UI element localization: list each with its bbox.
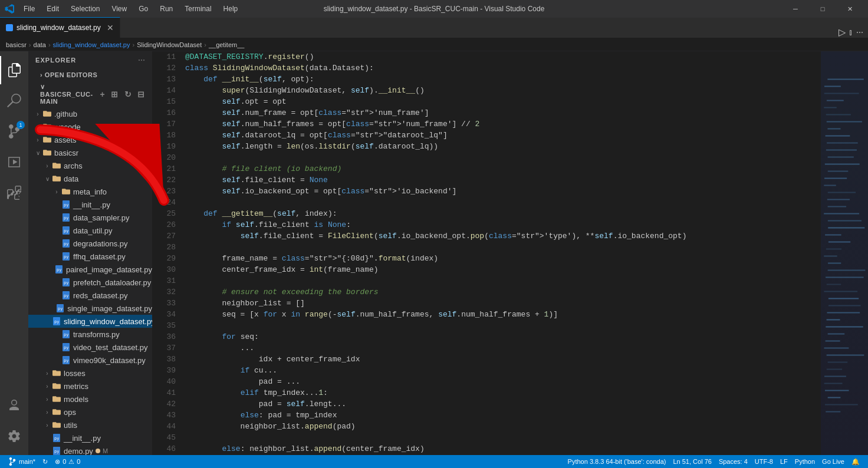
file-py-icon: py xyxy=(61,329,71,339)
tree-item-ffhq-dataset-py[interactable]: pyffhq_dataset.py xyxy=(28,250,152,263)
tree-item-basicsr[interactable]: ∨basicsr xyxy=(28,146,152,159)
new-folder-button[interactable]: ⊞ xyxy=(108,88,121,100)
breadcrumb-class[interactable]: SlidingWindowDataset xyxy=(137,41,202,48)
status-live[interactable]: Go Live xyxy=(818,455,848,468)
status-encoding[interactable]: UTF-8 xyxy=(751,455,777,468)
tree-item---init---py[interactable]: py__init__.py xyxy=(28,198,152,211)
code-line-23: self.io_backend_opt = opt[class="str">'i… xyxy=(185,186,821,197)
minimize-button[interactable]: ─ xyxy=(782,0,809,18)
tree-item-label: vimeo90k_dataset.py xyxy=(73,356,146,365)
tree-item-single-image-dataset-py[interactable]: pysingle_image_dataset.py xyxy=(28,302,152,315)
menu-selection[interactable]: Selection xyxy=(66,5,104,13)
breadcrumb-method[interactable]: __getitem__ xyxy=(209,41,245,48)
tree-item-label: paired_image_dataset.py xyxy=(66,265,152,274)
code-line-43: else: pad = tmp_index xyxy=(185,410,821,421)
status-eol[interactable]: LF xyxy=(777,455,791,468)
breadcrumb-data[interactable]: data xyxy=(34,41,46,48)
status-notification[interactable]: 🔔 xyxy=(848,455,863,468)
breadcrumb-file[interactable]: sliding_window_dataset.py xyxy=(53,41,130,48)
tree-item-label: utils xyxy=(64,421,77,430)
menu-terminal[interactable]: Terminal xyxy=(180,5,216,13)
tree-item-transforms-py[interactable]: pytransforms.py xyxy=(28,328,152,341)
svg-rect-60 xyxy=(828,220,862,222)
status-python[interactable]: Python 3.8.3 64-bit ('base': conda) xyxy=(564,455,670,468)
menu-file[interactable]: File xyxy=(19,5,40,13)
folder-icon xyxy=(52,394,61,404)
status-sync[interactable]: ↻ xyxy=(39,455,51,468)
status-spaces[interactable]: Spaces: 4 xyxy=(715,455,751,468)
menu-edit[interactable]: Edit xyxy=(42,5,64,13)
activity-run-debug[interactable] xyxy=(0,148,28,176)
activity-settings[interactable] xyxy=(0,422,28,450)
tree-item-reds-dataset-py[interactable]: pyreds_dataset.py xyxy=(28,289,152,302)
folder-icon xyxy=(52,381,61,391)
tree-item-assets[interactable]: ›assets xyxy=(28,133,152,146)
code-line-26: if self.file_client is None: xyxy=(185,219,821,230)
tree-item-paired-image-dataset-py[interactable]: pypaired_image_dataset.py xyxy=(28,263,152,276)
maximize-button[interactable]: □ xyxy=(809,0,836,18)
svg-text:py: py xyxy=(64,216,68,220)
file-py-icon: py xyxy=(61,342,71,352)
tab-sliding-window[interactable]: sliding_window_dataset.py ✕ xyxy=(0,17,120,38)
open-editors-header[interactable]: › OPEN EDITORS xyxy=(28,69,152,81)
tree-item-degradations-py[interactable]: pydegradations.py xyxy=(28,237,152,250)
editor-split-button[interactable]: ⫿ xyxy=(849,28,853,37)
tree-item-meta-info[interactable]: ›meta_info xyxy=(28,185,152,198)
tree-item-archs[interactable]: ›archs xyxy=(28,159,152,172)
code-line-11: @DATASET_REGISTRY.register() xyxy=(185,51,821,62)
code-line-29: frame_name = class="str">"{:08d}".format… xyxy=(185,253,821,264)
editor-more-button[interactable]: ⋯ xyxy=(856,28,863,37)
activity-explorer[interactable] xyxy=(0,56,28,84)
activity-source-control[interactable]: 1 xyxy=(0,117,28,146)
tree-item-data-sampler-py[interactable]: pydata_sampler.py xyxy=(28,211,152,224)
folder-icon xyxy=(52,161,61,170)
tree-item-label: demo.py xyxy=(64,447,93,456)
breadcrumb-basicsr[interactable]: basicsr xyxy=(6,41,27,48)
svg-rect-82 xyxy=(824,376,846,377)
activity-account[interactable] xyxy=(0,391,28,420)
project-root-header[interactable]: ∨ BASICSR_CUC-MAIN + ⊞ ↻ ⊟ xyxy=(28,81,152,107)
tree-item--github[interactable]: ›.github xyxy=(28,107,152,120)
tree-item-data-util-py[interactable]: pydata_util.py xyxy=(28,224,152,237)
activity-search[interactable] xyxy=(0,87,28,115)
code-editor[interactable]: @DATASET_REGISTRY.register()class Slidin… xyxy=(180,51,821,455)
collapse-all-button[interactable]: ⊟ xyxy=(135,88,147,100)
tab-close-button[interactable]: ✕ xyxy=(107,23,114,32)
tree-item-losses[interactable]: ›losses xyxy=(28,367,152,380)
svg-rect-44 xyxy=(824,107,837,108)
tree-item-models[interactable]: ›models xyxy=(28,393,152,406)
status-line-col[interactable]: Ln 51, Col 76 xyxy=(669,455,715,468)
tree-item-label: __init__.py xyxy=(64,434,101,443)
status-errors[interactable]: ⊗ 0 ⚠ 0 xyxy=(51,455,84,468)
vscode-icon xyxy=(5,4,14,14)
status-branch[interactable]: main* xyxy=(5,455,39,468)
close-button[interactable]: ✕ xyxy=(836,0,863,18)
tree-item-prefetch-dataloader-py[interactable]: pyprefetch_dataloader.py xyxy=(28,276,152,289)
tree-item-utils[interactable]: ›utils xyxy=(28,418,152,431)
code-line-47 xyxy=(185,454,821,455)
tree-item-data[interactable]: ∨data xyxy=(28,172,152,185)
menu-view[interactable]: View xyxy=(107,5,131,13)
svg-rect-84 xyxy=(825,390,849,391)
status-language[interactable]: Python xyxy=(791,455,818,468)
menu-help[interactable]: Help xyxy=(219,5,243,13)
tree-item-vimeo90k-dataset-py[interactable]: pyvimeo90k_dataset.py xyxy=(28,354,152,367)
tree-item---init---py[interactable]: py__init__.py xyxy=(28,431,152,444)
tree-item-demo-py[interactable]: pydemo.pyM xyxy=(28,444,152,455)
code-line-39: if cu... xyxy=(185,365,821,376)
tree-item-metrics[interactable]: ›metrics xyxy=(28,380,152,393)
tree-item-video-test-dataset-py[interactable]: pyvideo_test_dataset.py xyxy=(28,341,152,354)
editor-run-button[interactable]: ▷ xyxy=(839,27,846,38)
tree-item-sliding-window-dataset-py[interactable]: pysliding_window_dataset.py xyxy=(28,315,152,328)
explorer-more-button[interactable]: ⋯ xyxy=(138,56,145,64)
tree-item--vscode[interactable]: ›.vscode xyxy=(28,120,152,133)
menu-run[interactable]: Run xyxy=(155,5,177,13)
status-python-label: Python 3.8.3 64-bit ('base': conda) xyxy=(568,458,666,465)
activity-extensions[interactable] xyxy=(0,179,28,207)
refresh-button[interactable]: ↻ xyxy=(122,88,134,100)
folder-icon xyxy=(42,109,52,118)
code-line-36: for seq: xyxy=(185,331,821,342)
new-file-button[interactable]: + xyxy=(98,88,108,100)
tree-item-ops[interactable]: ›ops xyxy=(28,406,152,418)
menu-go[interactable]: Go xyxy=(134,5,153,13)
